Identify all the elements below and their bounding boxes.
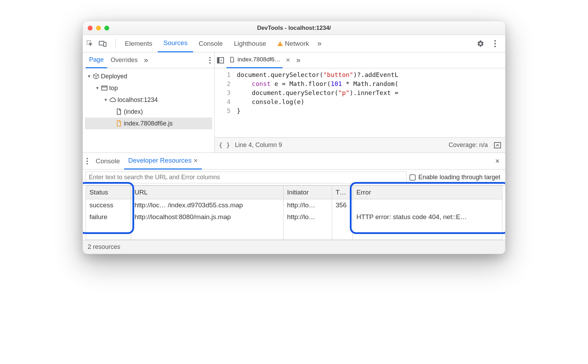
document-icon [228,56,235,63]
svg-point-6 [209,57,211,58]
svg-point-4 [494,43,496,44]
checkbox-label: Enable loading through target [418,174,500,181]
editor-tabstrip: index.7808df6… × » [215,52,505,68]
tree-label: localhost:1234 [118,96,158,104]
drawer-tab-console[interactable]: Console [92,153,124,170]
kebab-menu-icon[interactable] [491,40,499,47]
tree-node-file[interactable]: index.7808df6e.js [85,118,212,129]
svg-point-3 [494,40,496,41]
resources-table-wrap: Status URL Initiator T… Error success ht… [83,185,505,240]
settings-gear-icon[interactable] [477,40,484,47]
editor-pane: index.7808df6… × » 1 2 3 4 5 document.qu… [215,52,505,153]
col-initiator[interactable]: Initiator [284,186,332,199]
tree-label: Deployed [101,73,127,80]
editor-tab[interactable]: index.7808df6… [226,52,283,68]
navigator-tabs: Page Overrides » [83,52,214,68]
toggle-navigator-icon[interactable] [217,57,224,64]
cloud-icon [109,96,116,103]
more-tabs-icon[interactable]: » [314,39,324,48]
code-editor[interactable]: 1 2 3 4 5 document.querySelector("button… [215,68,505,137]
js-file-icon [115,120,122,127]
file-tree: ▼ Deployed ▼ top ▼ [83,68,214,131]
pretty-print-icon[interactable]: { } [219,141,230,149]
enable-loading-checkbox[interactable]: Enable loading through target [409,174,505,181]
svg-point-5 [494,45,496,47]
navigator-more-icon[interactable]: » [141,56,151,65]
tree-node-top[interactable]: ▼ top [85,82,212,94]
svg-rect-1 [99,41,104,45]
table-header-row: Status URL Initiator T… Error [86,186,502,199]
filter-row: Enable loading through target [83,170,505,185]
titlebar: DevTools - localhost:1234/ [83,21,505,35]
devtools-window: DevTools - localhost:1234/ Elements Sour… [83,21,505,254]
tree-node-index[interactable]: (index) [85,106,212,118]
tree-label: index.7808df6e.js [124,120,173,127]
svg-point-15 [87,161,88,162]
checkbox-icon [409,174,416,181]
disclosure-triangle-icon: ▼ [87,74,91,79]
filter-input[interactable] [86,172,407,183]
svg-rect-2 [104,42,106,46]
tree-node-deployed[interactable]: ▼ Deployed [85,70,212,82]
disclosure-triangle-icon: ▼ [104,97,108,102]
device-toolbar-icon[interactable] [99,40,106,47]
close-tab-icon[interactable]: × [285,56,292,64]
line-gutter: 1 2 3 4 5 [215,68,235,137]
tab-network[interactable]: Network [272,35,315,52]
navigator-kebab-icon[interactable] [207,57,213,64]
tree-node-host[interactable]: ▼ localhost:1234 [85,94,212,106]
tab-console[interactable]: Console [193,35,228,52]
expand-drawer-icon[interactable] [494,142,501,148]
editor-more-tabs-icon[interactable]: » [294,56,303,65]
cursor-position: Line 4, Column 9 [235,141,282,149]
svg-point-8 [209,62,211,63]
frame-icon [101,85,108,92]
code-content: document.querySelector("button")?.addEve… [235,68,505,137]
close-drawer-tab-icon[interactable]: × [193,157,198,165]
resource-count: 2 resources [88,243,120,251]
divider [115,38,116,49]
tree-label: (index) [124,108,143,115]
svg-rect-9 [102,86,107,90]
table-row[interactable]: failure http://localhost:8080/main.js.ma… [86,211,502,223]
tab-lighthouse[interactable]: Lighthouse [228,35,272,52]
col-t[interactable]: T… [332,186,353,199]
col-status[interactable]: Status [86,186,131,199]
close-drawer-icon[interactable]: × [493,157,502,166]
drawer-footer: 2 resources [83,240,505,254]
navigator-pane: Page Overrides » ▼ Deployed ▼ [83,52,215,153]
resources-table: Status URL Initiator T… Error success ht… [86,185,502,240]
table-row[interactable]: success http://loc… /index.d9703d55.css.… [86,199,502,211]
navigator-tab-overrides[interactable]: Overrides [107,52,141,68]
drawer: Console Developer Resources × × Enable l… [83,153,505,254]
svg-point-16 [87,163,88,164]
drawer-tabstrip: Console Developer Resources × × [83,153,505,170]
main-tabstrip: Elements Sources Console Lighthouse Netw… [83,35,505,52]
disclosure-triangle-icon: ▼ [95,86,100,90]
cube-icon [93,73,100,80]
tree-label: top [109,85,118,92]
svg-point-7 [209,60,211,61]
window-title: DevTools - localhost:1234/ [83,25,505,32]
editor-statusbar: { } Line 4, Column 9 Coverage: n/a [215,137,505,153]
drawer-kebab-icon[interactable] [86,158,92,165]
sources-panel: Page Overrides » ▼ Deployed ▼ [83,52,505,153]
col-url[interactable]: URL [131,186,284,199]
table-row-empty [86,223,502,240]
drawer-tab-devresources[interactable]: Developer Resources × [124,153,202,170]
tab-sources[interactable]: Sources [158,35,193,52]
col-error[interactable]: Error [353,186,502,199]
tab-elements[interactable]: Elements [119,35,158,52]
svg-rect-13 [494,142,501,148]
coverage-status: Coverage: n/a [449,141,488,149]
document-icon [115,108,122,115]
editor-tab-label: index.7808df6… [237,56,280,63]
svg-rect-12 [217,58,219,63]
svg-point-14 [87,158,88,159]
navigator-tab-page[interactable]: Page [86,52,107,68]
inspect-element-icon[interactable] [86,40,94,47]
